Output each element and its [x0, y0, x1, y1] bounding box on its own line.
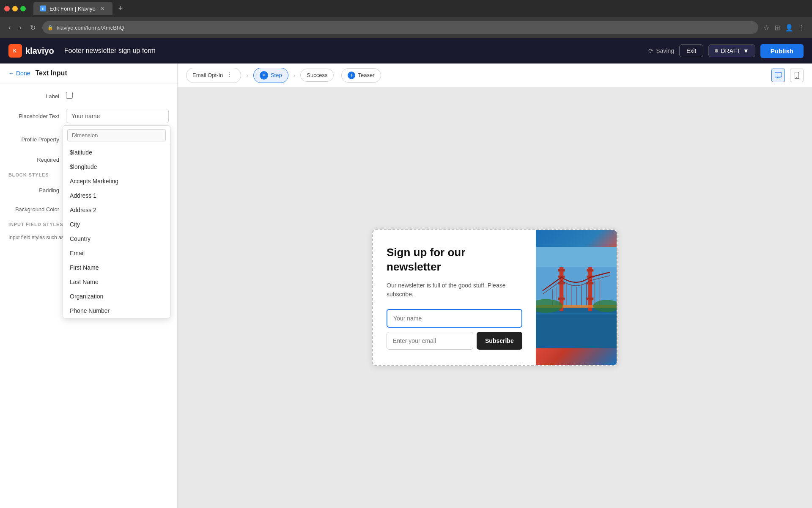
new-tab-button[interactable]: +: [116, 4, 126, 13]
dropdown-item-city[interactable]: City: [63, 217, 170, 232]
form-headline: Sign up for our newsletter: [387, 246, 522, 274]
address-bar-row: ‹ › ↻ 🔒 klaviyo.com/forms/XmcBhQ ☆ ⊞ 👤 ⋮: [0, 17, 812, 38]
form-name-input[interactable]: [387, 309, 522, 328]
minimize-window-button[interactable]: [12, 6, 18, 11]
done-link[interactable]: ← Done: [8, 70, 30, 77]
logo-text: klaviyo: [25, 46, 54, 56]
svg-rect-13: [588, 267, 592, 311]
dropdown-search: [63, 126, 170, 145]
status-dot: [715, 49, 718, 52]
content-area: Email Opt-In ⋮ › ✦ Step › Success + Teas…: [178, 64, 812, 508]
dropdown-item-email[interactable]: Email: [63, 246, 170, 260]
teaser-plus-icon: +: [348, 72, 355, 79]
padding-label: Padding: [8, 187, 59, 193]
browser-tab-bar: K Edit Form | Klaviyo ✕ +: [0, 0, 812, 17]
traffic-lights: [4, 6, 26, 11]
panel-header: ← Done Text Input: [0, 64, 177, 83]
required-label: Required: [8, 157, 59, 163]
form-card: Sign up for our newsletter Our newslette…: [372, 229, 617, 366]
address-bar[interactable]: 🔒 klaviyo.com/forms/XmcBhQ: [42, 21, 758, 34]
success-step-button[interactable]: Success: [300, 69, 334, 82]
dropdown-item-last-name[interactable]: Last Name: [63, 275, 170, 289]
teaser-button[interactable]: + Teaser: [341, 68, 381, 83]
draft-button[interactable]: DRAFT ▼: [708, 44, 755, 57]
desktop-view-button[interactable]: [771, 69, 785, 82]
placeholder-text-input-container: [66, 109, 169, 123]
email-opt-in-more-button[interactable]: ⋮: [226, 71, 235, 80]
step-arrow-1: ›: [246, 72, 248, 79]
logo-icon: K: [8, 44, 22, 58]
more-icon[interactable]: ⋮: [798, 24, 805, 32]
placeholder-text-input[interactable]: [66, 109, 169, 123]
form-left-section: Sign up for our newsletter Our newslette…: [373, 230, 536, 365]
label-field-label: Label: [8, 93, 59, 99]
form-email-input[interactable]: [387, 332, 473, 350]
main-layout: ← Done Text Input Label Placeholder Text: [0, 64, 812, 508]
dropdown-item-address1[interactable]: Address 1: [63, 188, 170, 203]
klaviyo-logo: K klaviyo: [8, 44, 54, 58]
dropdown-search-input[interactable]: [67, 129, 166, 141]
secure-icon: 🔒: [47, 25, 53, 30]
profile-property-label: Profile Property: [8, 136, 59, 143]
tab-close-button[interactable]: ✕: [99, 5, 106, 12]
label-checkbox-container: [66, 92, 169, 100]
back-button[interactable]: ‹: [7, 22, 12, 33]
svg-rect-11: [536, 318, 617, 319]
svg-rect-21: [587, 298, 593, 300]
refresh-button[interactable]: ↻: [28, 22, 37, 33]
bookmark-icon[interactable]: ☆: [763, 24, 769, 32]
dropdown-item-longitude[interactable]: $longitude: [63, 160, 170, 174]
done-arrow-icon: ←: [8, 70, 14, 77]
step-label: Step: [271, 72, 282, 78]
extensions-icon[interactable]: ⊞: [774, 24, 780, 32]
placeholder-text-label: Placeholder Text: [8, 113, 59, 119]
bg-color-label: Background Color: [8, 206, 59, 213]
panel-title: Text Input: [35, 69, 67, 77]
spinner-icon: ⟳: [648, 47, 653, 54]
success-label: Success: [307, 72, 327, 78]
url-text: klaviyo.com/forms/XmcBhQ: [57, 25, 124, 31]
svg-rect-2: [775, 72, 782, 77]
svg-text:K: K: [13, 48, 16, 53]
form-subtext: Our newsletter is full of the good stuff…: [387, 281, 522, 299]
email-opt-in-label: Email Opt-In: [192, 72, 223, 78]
dropdown-item-latitude[interactable]: $latitude: [63, 145, 170, 160]
dropdown-item-organization[interactable]: Organization: [63, 289, 170, 304]
svg-rect-17: [558, 298, 565, 300]
form-subscribe-button[interactable]: Subscribe: [477, 332, 522, 350]
email-opt-in-step-button[interactable]: Email Opt-In ⋮: [186, 68, 241, 83]
form-bridge-image: [536, 230, 617, 365]
dropdown-item-country[interactable]: Country: [63, 232, 170, 246]
placeholder-text-row: Placeholder Text: [8, 109, 169, 123]
tab-favicon-icon: K: [40, 6, 46, 11]
active-browser-tab[interactable]: K Edit Form | Klaviyo ✕: [33, 2, 112, 15]
dropdown-item-phone-number[interactable]: Phone Number: [63, 304, 170, 318]
done-label: Done: [16, 70, 30, 77]
dropdown-item-first-name[interactable]: First Name: [63, 260, 170, 275]
browser-actions: ☆ ⊞ 👤 ⋮: [763, 24, 805, 32]
tab-title-label: Edit Form | Klaviyo: [49, 6, 96, 12]
close-window-button[interactable]: [4, 6, 10, 11]
dropdown-item-accepts-marketing[interactable]: Accepts Marketing: [63, 174, 170, 188]
exit-button[interactable]: Exit: [679, 44, 703, 57]
app-bar: K klaviyo Footer newsletter sign up form…: [0, 38, 812, 64]
step-button[interactable]: ✦ Step: [253, 68, 288, 83]
maximize-window-button[interactable]: [20, 6, 26, 11]
svg-rect-10: [536, 313, 617, 315]
svg-rect-14: [558, 269, 565, 271]
label-row: Label: [8, 92, 169, 100]
draft-label: DRAFT: [721, 47, 741, 54]
dropdown-item-address2[interactable]: Address 2: [63, 203, 170, 217]
svg-point-7: [796, 77, 797, 78]
user-icon[interactable]: 👤: [785, 24, 793, 32]
dropdown-menu: $latitude $longitude Accepts Marketing A…: [63, 125, 170, 318]
step-arrow-2: ›: [294, 72, 296, 79]
saving-text: Saving: [656, 47, 674, 54]
svg-rect-34: [536, 247, 617, 267]
label-checkbox[interactable]: [66, 92, 73, 99]
mobile-view-button[interactable]: [790, 69, 804, 82]
app-bar-right: ⟳ Saving Exit DRAFT ▼ Publish: [648, 44, 804, 58]
svg-rect-20: [587, 282, 593, 284]
forward-button[interactable]: ›: [17, 22, 23, 33]
publish-button[interactable]: Publish: [760, 44, 804, 58]
